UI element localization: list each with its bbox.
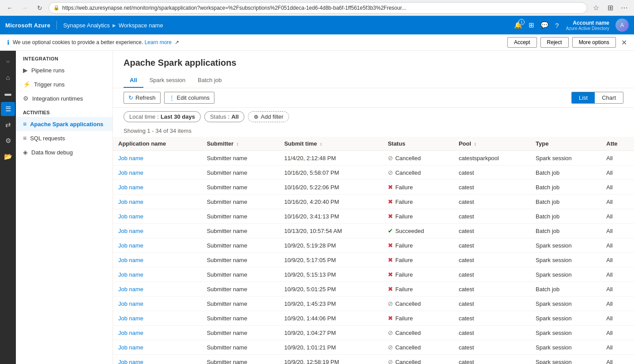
table-row: Job name Submitter name 10/16/20, 3:41:1… — [113, 209, 634, 224]
status-icon: ⊘ — [388, 154, 393, 161]
favorites-button[interactable]: ☆ — [590, 2, 602, 14]
cell-app-name[interactable]: Job name — [113, 296, 202, 311]
cell-submit-time: 10/9/20, 5:15:13 PM — [279, 267, 383, 282]
rail-data-icon[interactable]: ▬ — [1, 86, 15, 100]
help-icon[interactable]: ? — [555, 22, 559, 29]
filter-row: Local time : Last 30 days Status : All ⊕… — [113, 108, 634, 126]
reject-button[interactable]: Reject — [540, 37, 569, 48]
tab-grid-button[interactable]: ⊞ — [604, 2, 616, 14]
cell-app-name[interactable]: Job name — [113, 253, 202, 267]
rail-integrate-icon[interactable]: ⇄ — [1, 118, 15, 132]
page-title: Apache Spark applications — [124, 58, 623, 68]
cell-atte: All — [601, 151, 634, 165]
sidebar-item-pipeline-runs[interactable]: ▶ Pipeline runs — [16, 63, 113, 77]
menu-button[interactable]: ⋯ — [618, 2, 630, 14]
edit-columns-button[interactable]: ⋮ Edit columns — [164, 92, 214, 104]
cell-atte: All — [601, 296, 634, 311]
rail-home-icon[interactable]: ⌂ — [1, 70, 15, 84]
cell-submitter: Submitter name — [202, 238, 279, 253]
rail-develop-icon[interactable]: ⚙ — [1, 134, 15, 148]
cell-submitter: Submitter name — [202, 224, 279, 238]
rail-manage-icon[interactable]: 📂 — [1, 150, 15, 164]
add-filter-button[interactable]: ⊕ Add filter — [248, 111, 289, 122]
more-options-button[interactable]: More options — [572, 37, 616, 48]
sidebar-item-trigger-runs[interactable]: ⚡ Trigger runs — [16, 77, 113, 91]
cell-submitter: Submitter name — [202, 165, 279, 180]
back-button[interactable]: ← — [4, 2, 16, 14]
cell-app-name[interactable]: Job name — [113, 151, 202, 165]
address-bar[interactable]: 🔒 https://web.azuresynapse.net/monitorin… — [49, 2, 587, 14]
rail-expand-icon[interactable]: ›› — [1, 54, 15, 68]
cell-app-name[interactable]: Job name — [113, 180, 202, 195]
time-filter-label: Local time — [129, 113, 155, 120]
cell-atte: All — [601, 267, 634, 282]
close-cookie-button[interactable]: ✕ — [621, 38, 627, 47]
list-view-button[interactable]: List — [572, 92, 595, 103]
cookie-text: We use optional cookies to provide a bet… — [13, 39, 504, 45]
accept-button[interactable]: Accept — [507, 37, 537, 48]
cell-status: ⊘ Cancelled — [383, 165, 454, 180]
cell-app-name[interactable]: Job name — [113, 165, 202, 180]
cell-app-name[interactable]: Job name — [113, 355, 202, 364]
cell-submitter: Submitter name — [202, 267, 279, 282]
notifications-icon[interactable]: 🔔 1 — [514, 21, 522, 29]
cell-app-name[interactable]: Job name — [113, 326, 202, 340]
integration-runtimes-label: Integration runtimes — [32, 95, 83, 102]
activities-section-title: Activities — [16, 105, 113, 117]
lock-icon: 🔒 — [53, 5, 60, 11]
table-wrapper[interactable]: Application name Submitter ↕ Submit time… — [113, 137, 634, 364]
rail-monitor-icon[interactable]: ☰ — [1, 102, 15, 116]
cell-submitter: Submitter name — [202, 151, 279, 165]
cell-app-name[interactable]: Job name — [113, 209, 202, 224]
tab-batch-job[interactable]: Batch job — [191, 73, 228, 88]
status-icon: ⊘ — [388, 344, 393, 351]
cell-status: ✖ Failure — [383, 195, 454, 209]
col-status: Status — [383, 137, 454, 151]
table-header-row: Application name Submitter ↕ Submit time… — [113, 137, 634, 151]
sidebar-item-data-flow-debug[interactable]: ◈ Data flow debug — [16, 145, 113, 159]
status-filter[interactable]: Status : All — [204, 111, 244, 122]
table-row: Job name Submitter name 10/9/20, 1:44:06… — [113, 311, 634, 326]
col-submitter[interactable]: Submitter ↕ — [202, 137, 279, 151]
col-submit-time[interactable]: Submit time ↕ — [279, 137, 383, 151]
sidebar-item-apache-spark[interactable]: ≡ Apache Spark applications — [16, 117, 113, 131]
learn-more-link[interactable]: Learn more — [145, 39, 172, 45]
forward-button[interactable]: → — [19, 2, 31, 14]
cell-type: Spark session — [530, 296, 601, 311]
sidebar-item-sql-requests[interactable]: ≡ SQL requests — [16, 131, 113, 145]
cell-atte: All — [601, 209, 634, 224]
cell-app-name[interactable]: Job name — [113, 282, 202, 296]
status-text: Cancelled — [395, 169, 421, 176]
cell-app-name[interactable]: Job name — [113, 311, 202, 326]
reload-button[interactable]: ↻ — [34, 2, 46, 14]
cell-app-name[interactable]: Job name — [113, 224, 202, 238]
cell-submit-time: 10/9/20, 5:17:05 PM — [279, 253, 383, 267]
breadcrumb-product[interactable]: Synapse Analytics — [63, 22, 110, 29]
cell-submit-time: 11/4/20, 2:12:48 PM — [279, 151, 383, 165]
col-pool[interactable]: Pool ↕ — [454, 137, 530, 151]
cell-atte: All — [601, 311, 634, 326]
avatar[interactable]: A — [615, 19, 629, 32]
icon-rail: ›› ⌂ ▬ ☰ ⇄ ⚙ 📂 — [0, 51, 16, 364]
chat-icon[interactable]: 💬 — [540, 21, 549, 29]
cell-pool: catest — [454, 311, 530, 326]
cell-atte: All — [601, 224, 634, 238]
cell-app-name[interactable]: Job name — [113, 340, 202, 355]
cell-app-name[interactable]: Job name — [113, 238, 202, 253]
chart-view-button[interactable]: Chart — [595, 92, 623, 103]
grid-icon[interactable]: ⊞ — [529, 21, 534, 29]
cell-app-name[interactable]: Job name — [113, 195, 202, 209]
cell-app-name[interactable]: Job name — [113, 267, 202, 282]
sidebar-item-integration-runtimes[interactable]: ⚙ Integration runtimes — [16, 91, 113, 105]
cell-type: Batch job — [530, 224, 601, 238]
account-info[interactable]: Account name Azure Active Directory — [566, 20, 609, 31]
cell-type: Batch job — [530, 282, 601, 296]
time-filter-value: Last 30 days — [161, 113, 195, 120]
tab-all[interactable]: All — [124, 73, 143, 88]
status-icon: ✖ — [388, 242, 393, 249]
refresh-button[interactable]: ↻ Refresh — [124, 92, 161, 104]
tab-spark-session[interactable]: Spark session — [143, 73, 192, 88]
time-filter[interactable]: Local time : Last 30 days — [124, 111, 201, 122]
breadcrumb-workspace[interactable]: Workspace name — [119, 22, 163, 29]
table-row: Job name Submitter name 10/9/20, 1:04:27… — [113, 326, 634, 340]
